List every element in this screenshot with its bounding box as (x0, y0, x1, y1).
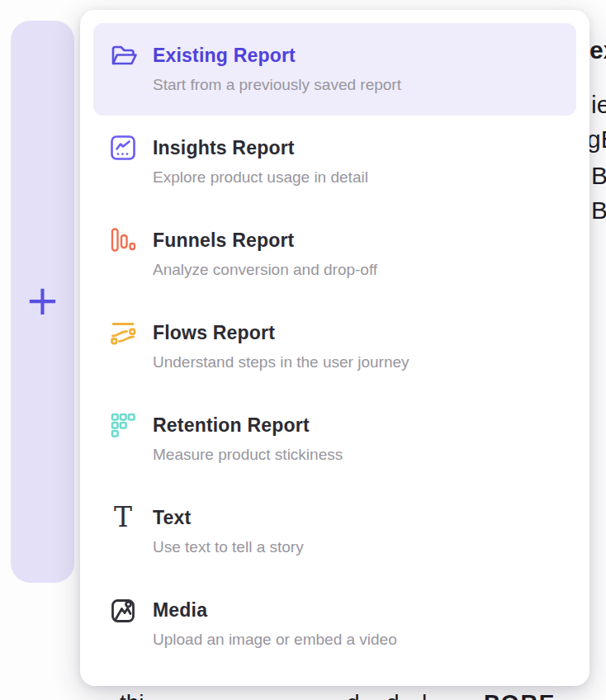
menu-item-subtitle: Start from a previously saved report (153, 74, 401, 96)
menu-item-existing-report[interactable]: Existing Report Start from a previously … (93, 23, 576, 116)
funnel-bars-icon (108, 225, 138, 255)
menu-item-subtitle: Use text to tell a story (153, 537, 304, 558)
add-content-rail[interactable]: + (11, 21, 74, 583)
menu-item-flows-report[interactable]: Flows Report Understand steps in the use… (93, 300, 576, 393)
background-text-fragment: ie (591, 91, 606, 119)
plus-icon: + (26, 280, 60, 321)
folder-open-icon (108, 40, 138, 70)
menu-item-texts: Retention Report Measure product stickin… (153, 413, 343, 485)
menu-item-texts: Text Use text to tell a story (153, 505, 304, 578)
menu-item-funnels-report[interactable]: Funnels Report Analyze conversion and dr… (93, 208, 576, 300)
add-report-menu: Existing Report Start from a previously … (80, 10, 589, 686)
menu-item-text[interactable]: T Text Use text to tell a story (93, 485, 576, 578)
menu-item-subtitle: Measure product stickiness (153, 444, 343, 466)
menu-item-title: Flows Report (153, 320, 410, 345)
background-bottom-text: thi d d l. PORE (0, 690, 606, 700)
menu-item-subtitle: Upload an image or embed a video (153, 629, 397, 650)
background-text-fragment: B (591, 162, 606, 190)
background-text-fragment: gB (587, 125, 606, 154)
background-text-fragment: thi (120, 690, 144, 700)
retention-grid-icon (108, 410, 138, 440)
background-text-fragment: ex (589, 36, 606, 64)
menu-item-title: Text (153, 505, 304, 530)
background-text-fragment: d (347, 690, 360, 700)
media-image-icon (108, 595, 138, 625)
menu-item-texts: Funnels Report Analyze conversion and dr… (153, 228, 377, 300)
text-icon: T (108, 503, 138, 532)
menu-item-subtitle: Understand steps in the user journey (153, 352, 410, 373)
menu-item-title: Retention Report (153, 413, 343, 438)
menu-item-texts: Flows Report Understand steps in the use… (153, 320, 410, 393)
menu-item-subtitle: Explore product usage in detail (153, 167, 368, 188)
background-text-fragment: d (386, 690, 400, 700)
background-text-fragment: B (591, 196, 606, 225)
menu-item-media[interactable]: Media Upload an image or embed a video (93, 578, 576, 670)
menu-item-title: Media (153, 598, 397, 622)
menu-item-title: Funnels Report (153, 228, 377, 253)
menu-item-subtitle: Analyze conversion and drop-off (153, 259, 377, 281)
menu-item-texts: Insights Report Explore product usage in… (153, 135, 368, 208)
menu-item-title: Insights Report (153, 135, 368, 160)
menu-item-title: Existing Report (153, 43, 401, 68)
menu-item-texts: Media Upload an image or embed a video (153, 598, 397, 670)
menu-item-retention-report[interactable]: Retention Report Measure product stickin… (93, 393, 576, 485)
line-chart-icon (108, 133, 138, 163)
menu-item-insights-report[interactable]: Insights Report Explore product usage in… (93, 116, 576, 208)
flows-icon (108, 318, 138, 348)
menu-item-texts: Existing Report Start from a previously … (153, 43, 401, 116)
background-text-fragment: PORE (484, 690, 556, 700)
background-text-fragment: l. (422, 690, 433, 700)
